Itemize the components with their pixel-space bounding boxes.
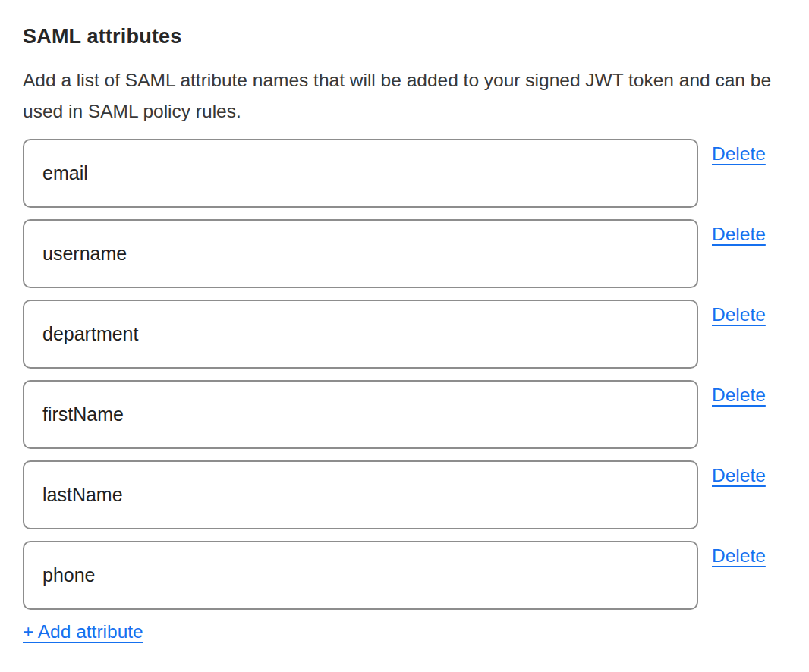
attribute-name-input[interactable] — [23, 219, 698, 288]
attribute-name-input[interactable] — [23, 460, 698, 529]
attribute-row: Delete — [23, 219, 776, 288]
attribute-row: Delete — [23, 300, 776, 369]
attribute-rows: DeleteDeleteDeleteDeleteDeleteDelete — [23, 139, 776, 610]
add-attribute-row: + Add attribute — [23, 621, 776, 642]
attribute-name-input[interactable] — [23, 380, 698, 449]
delete-attribute-link[interactable]: Delete — [712, 304, 766, 325]
saml-attributes-section: SAML attributes Add a list of SAML attri… — [0, 0, 809, 672]
delete-attribute-link[interactable]: Delete — [712, 545, 766, 566]
delete-attribute-link[interactable]: Delete — [712, 143, 766, 164]
delete-attribute-link[interactable]: Delete — [712, 385, 766, 405]
delete-column: Delete — [698, 541, 776, 567]
delete-column: Delete — [698, 139, 776, 165]
add-attribute-link[interactable]: + Add attribute — [23, 621, 143, 642]
section-description: Add a list of SAML attribute names that … — [23, 64, 774, 127]
delete-column: Delete — [698, 219, 776, 245]
attribute-row: Delete — [23, 541, 776, 610]
delete-column: Delete — [698, 380, 776, 406]
attribute-row: Delete — [23, 460, 776, 529]
delete-attribute-link[interactable]: Delete — [712, 465, 766, 485]
delete-attribute-link[interactable]: Delete — [712, 224, 766, 244]
attribute-row: Delete — [23, 380, 776, 449]
section-title: SAML attributes — [23, 25, 776, 49]
attribute-name-input[interactable] — [23, 541, 698, 610]
attribute-name-input[interactable] — [23, 300, 698, 369]
delete-column: Delete — [698, 300, 776, 325]
delete-column: Delete — [698, 460, 776, 486]
attribute-name-input[interactable] — [23, 139, 698, 208]
attribute-row: Delete — [23, 139, 776, 208]
